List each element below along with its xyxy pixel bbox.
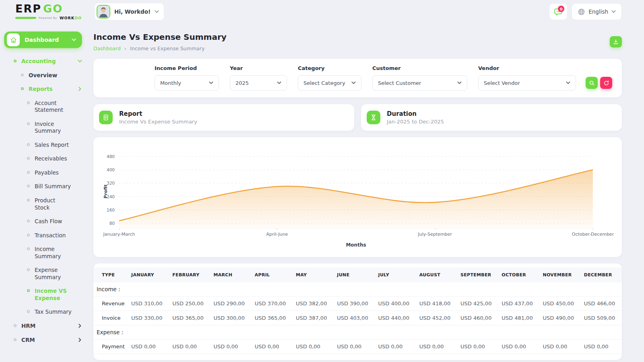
sidebar-item-label: Bill Summary	[35, 183, 71, 190]
x-tick-mark	[593, 228, 593, 230]
y-tick-label: 160	[107, 208, 115, 212]
reset-filter-button[interactable]	[600, 77, 612, 89]
row-value: USD 418,00	[416, 296, 457, 311]
year-field: Year2025	[230, 65, 287, 90]
sidebar-item-tax-summary[interactable]: Tax Summary	[4, 309, 82, 316]
erpgo-logo[interactable]: ERPGO Powered By WORKDO	[15, 3, 86, 20]
sidebar-item-payables[interactable]: Payables	[4, 169, 82, 177]
sidebar-item-product-stock[interactable]: Product Stock	[4, 197, 82, 211]
powered-by-text: Powered By	[39, 16, 57, 20]
customer-select[interactable]: Select Customer	[372, 75, 467, 90]
sidebar-item-overview[interactable]: Overview	[4, 72, 82, 79]
sidebar-item-label: Sales Report	[35, 142, 69, 149]
sidebar-item-transaction[interactable]: Transaction	[4, 232, 82, 239]
sidebar-item-label: Reports	[29, 86, 53, 93]
column-header: MAY	[293, 267, 334, 282]
refresh-icon	[603, 80, 609, 86]
column-header: SEPTEMBER	[457, 267, 498, 282]
sidebar-item-reports[interactable]: Reports	[4, 86, 82, 93]
x-tick-mark	[277, 228, 277, 230]
sidebar-item-income-vs-expense[interactable]: Income VS Expense	[4, 288, 82, 302]
row-value: USD 0,00	[581, 339, 622, 354]
sidebar-item-label: HRM	[21, 323, 35, 330]
vendor-field: VendorSelect Vendor	[478, 65, 576, 90]
chevron-down-icon	[72, 38, 76, 41]
bullet-icon	[27, 157, 30, 160]
messages-button[interactable]: 0	[549, 3, 568, 20]
row-value: USD 387,00	[293, 311, 334, 325]
y-tick-label: 240	[107, 194, 115, 199]
sidebar-item-label: Payables	[35, 169, 59, 177]
sidebar-item-income-summary[interactable]: Income Summary	[4, 246, 82, 260]
apply-filter-button[interactable]	[586, 77, 598, 89]
table-section-row: Expense :	[93, 325, 622, 339]
column-header: JULY	[375, 267, 416, 282]
income-period-select[interactable]: Monthly	[155, 75, 219, 90]
customer-label: Customer	[372, 65, 467, 71]
duration-info-card: Duration Jan-2025 to Dec-2025	[361, 104, 622, 131]
column-header: MARCH	[211, 267, 252, 282]
duration-card-subtitle: Jan-2025 to Dec-2025	[387, 119, 444, 125]
column-header: OCTOBER	[498, 267, 539, 282]
breadcrumb-dashboard-link[interactable]: Dashboard	[93, 45, 121, 51]
income-period-label: Income Period	[155, 65, 219, 71]
sidebar-nav: AccountingOverviewReportsAccount Stateme…	[4, 58, 82, 343]
sidebar-item-account-statement[interactable]: Account Statement	[4, 100, 82, 114]
bullet-icon	[27, 171, 30, 174]
row-value: USD 0,00	[540, 339, 581, 354]
row-value: USD 0,00	[211, 339, 252, 354]
vendor-select[interactable]: Select Vendor	[478, 75, 576, 90]
bullet-icon	[27, 143, 30, 146]
table-row: PaymentUSD 0,00USD 0,00USD 0,00USD 0,00U…	[93, 339, 622, 354]
app-root: ERPGO Powered By WORKDO Hi, Workdo!	[0, 0, 644, 362]
category-field: CategorySelect Category	[298, 65, 361, 90]
column-header: JUNE	[334, 267, 375, 282]
row-value: USD 0,00	[128, 339, 169, 354]
row-value: USD 0,00	[252, 339, 293, 354]
chart-canvas	[119, 154, 593, 228]
sidebar-item-crm[interactable]: CRM	[4, 337, 82, 344]
sidebar-item-label: Accounting	[21, 58, 56, 65]
row-value: USD 0,00	[375, 339, 416, 354]
sidebar-item-label: CRM	[21, 337, 35, 344]
year-select[interactable]: 2025	[230, 75, 287, 90]
hourglass-icon	[367, 111, 380, 124]
sidebar-item-hrm[interactable]: HRM	[4, 323, 82, 330]
download-button[interactable]	[610, 36, 622, 47]
table-header-row: TYPEJANUARYFEBRUARYMARCHAPRILMAYJUNEJULY…	[93, 267, 622, 282]
chevron-right-icon	[78, 87, 82, 91]
search-icon	[589, 80, 595, 86]
sidebar-item-label: Receivables	[35, 155, 67, 162]
row-value: USD 0,00	[498, 339, 539, 354]
sidebar-item-sales-report[interactable]: Sales Report	[4, 142, 82, 149]
column-header: TYPE	[93, 267, 128, 282]
row-value: USD 481,00	[498, 311, 539, 325]
sidebar-item-expense-summary[interactable]: Expense Summary	[4, 267, 82, 281]
income-expense-table: TYPEJANUARYFEBRUARYMARCHAPRILMAYJUNEJULY…	[93, 267, 622, 354]
sidebar-item-dashboard[interactable]: Dashboard	[4, 31, 82, 48]
user-menu[interactable]: Hi, Workdo!	[94, 3, 164, 21]
row-value: USD 0,00	[457, 339, 498, 354]
breadcrumb-separator-icon: ›	[124, 45, 126, 51]
dashboard-label: Dashboard	[25, 37, 67, 43]
x-tick-label: January-March	[103, 232, 135, 237]
sidebar-item-invoice-summary[interactable]: Invoice Summary	[4, 121, 82, 135]
top-bar: ERPGO Powered By WORKDO Hi, Workdo!	[0, 0, 644, 23]
sidebar-item-accounting[interactable]: Accounting	[4, 58, 82, 65]
column-header: DECEMBER	[581, 267, 622, 282]
language-label: English	[588, 8, 608, 15]
chevron-right-icon	[78, 337, 82, 342]
language-selector[interactable]: English	[572, 3, 622, 20]
bullet-icon	[14, 60, 17, 62]
section-label: Income :	[93, 282, 622, 296]
bullet-icon	[27, 310, 30, 313]
row-value: USD 310,00	[128, 296, 169, 311]
category-select[interactable]: Select Category	[298, 75, 361, 90]
bullet-icon	[27, 101, 30, 104]
sidebar-item-cash-flow[interactable]: Cash Flow	[4, 218, 82, 225]
bullet-icon	[27, 122, 30, 125]
sidebar-item-receivables[interactable]: Receivables	[4, 155, 82, 162]
customer-value: Select Customer	[378, 80, 421, 86]
row-value: USD 425,00	[457, 296, 498, 311]
sidebar-item-bill-summary[interactable]: Bill Summary	[4, 183, 82, 190]
